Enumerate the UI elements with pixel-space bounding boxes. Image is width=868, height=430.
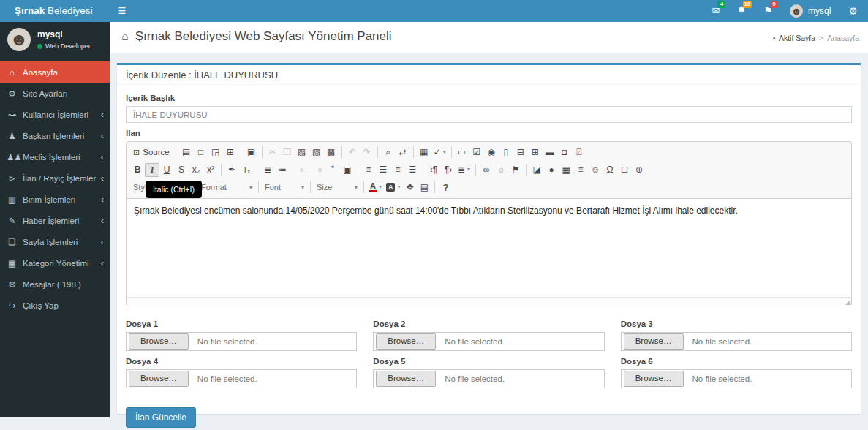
bulleted-list-icon[interactable]: ≔ <box>275 163 290 177</box>
new-page-icon[interactable]: □ <box>194 146 208 159</box>
image-icon[interactable]: ◪ <box>529 163 544 177</box>
settings-gear-button[interactable]: ⚙ <box>848 5 858 17</box>
special-char-icon[interactable]: Ω <box>603 163 617 177</box>
subscript-icon[interactable]: x₂ <box>189 163 203 177</box>
copy-formatting-icon[interactable]: ✒ <box>224 163 239 177</box>
size-dropdown[interactable]: Size▾ <box>314 181 361 195</box>
messages-button[interactable]: ✉4 <box>712 0 720 22</box>
file-input-3[interactable]: Browse…No file selected. <box>621 332 852 351</box>
browse-button[interactable]: Browse… <box>624 371 684 387</box>
sidebar-item-cikis-yap[interactable]: ↪Çıkış Yap <box>0 295 110 316</box>
breadcrumb-active-page[interactable]: ◔ Aktif Sayfa <box>771 34 816 42</box>
align-justify-icon[interactable]: ☰ <box>405 163 420 177</box>
browse-button[interactable]: Browse… <box>376 333 436 350</box>
hr-icon[interactable]: ≡ <box>573 163 588 177</box>
file-input-6[interactable]: Browse…No file selected. <box>621 369 852 388</box>
save-icon[interactable]: ▤ <box>179 146 194 159</box>
form-icon[interactable]: ▭ <box>455 146 469 159</box>
chevron-left-icon: ‹ <box>101 260 104 267</box>
language-icon[interactable]: ≣▾ <box>456 163 472 177</box>
bold-icon[interactable]: B <box>130 163 145 177</box>
sidebar-item-baskan-islemleri[interactable]: ♟Başkan İşlemleri‹ <box>0 125 110 146</box>
smiley-icon[interactable]: ☺ <box>588 163 603 177</box>
replace-icon[interactable]: ⇄ <box>396 146 410 159</box>
sidebar-item-sayfa-islemleri[interactable]: ❏Sayfa İşlemleri‹ <box>0 231 110 252</box>
file-field-2: Dosya 2Browse…No file selected. <box>373 314 604 351</box>
paste-word-icon[interactable]: ▩ <box>324 146 339 159</box>
align-left-icon[interactable]: ≡ <box>361 163 376 177</box>
underline-icon[interactable]: U <box>159 163 174 177</box>
editor-content-area[interactable]: Şırnak Belediyesi encümen salonunda 14/0… <box>127 199 851 297</box>
remove-format-icon[interactable]: Tₓ <box>239 163 254 177</box>
breadcrumb-separator: > <box>819 34 823 42</box>
text-color-icon[interactable]: A▾ <box>367 181 384 195</box>
select-all-icon[interactable]: ▦ <box>417 146 431 159</box>
file-status: No file selected. <box>197 337 257 346</box>
bidi-rtl-icon[interactable]: ¶› <box>441 163 456 177</box>
file-input-4[interactable]: Browse…No file selected. <box>126 369 357 388</box>
italic-icon[interactable]: I <box>145 163 159 177</box>
brand-logo[interactable]: Şırnak Belediyesi <box>0 0 110 22</box>
paste-icon[interactable]: ▨ <box>295 146 309 159</box>
sidebar-item-anasayfa[interactable]: ⌂Anasayfa <box>0 61 110 83</box>
font-dropdown[interactable]: Font▾ <box>262 181 307 195</box>
browse-button[interactable]: Browse… <box>129 371 189 387</box>
radio-icon[interactable]: ◉ <box>484 146 499 159</box>
table-icon[interactable]: ▦ <box>559 163 573 177</box>
browse-button[interactable]: Browse… <box>129 333 189 350</box>
spellcheck-icon[interactable]: ✓▾ <box>431 146 448 159</box>
anchor-icon[interactable]: ⚑ <box>508 163 523 177</box>
resize-handle-icon[interactable]: ◢ <box>845 299 850 306</box>
source-button[interactable]: ⊡Source <box>130 146 173 159</box>
div-icon[interactable]: ▣ <box>340 163 355 177</box>
file-input-2[interactable]: Browse…No file selected. <box>373 332 604 351</box>
browse-button[interactable]: Browse… <box>376 371 436 387</box>
sidebar-item-mesajlar[interactable]: ✉Mesajlar ( 198 ) <box>0 274 110 295</box>
file-input-1[interactable]: Browse…No file selected. <box>126 332 357 351</box>
copy-icon: ❐ <box>280 146 295 159</box>
templates-icon[interactable]: ▣ <box>244 146 259 159</box>
page-break-icon[interactable]: ⊟ <box>617 163 632 177</box>
print-icon[interactable]: ⊞ <box>223 146 238 159</box>
sidebar-item-site-ayarlari[interactable]: ⚙Site Ayarları <box>0 83 110 104</box>
sidebar-item-ilan-rayic-islemleri[interactable]: ⊳İlan / Rayiç İşlemleri‹ <box>0 167 110 189</box>
textarea-icon[interactable]: ⊟ <box>513 146 528 159</box>
checkbox-icon[interactable]: ☑ <box>469 146 484 159</box>
sidebar-item-kategori-yonetimi[interactable]: ▦Kategori Yönetimi‹ <box>0 252 110 274</box>
link-icon[interactable]: ∞ <box>479 163 494 177</box>
about-icon[interactable]: ? <box>438 181 453 195</box>
blockquote-icon[interactable]: ” <box>325 163 340 177</box>
hidden-field-icon[interactable]: ⍁ <box>572 146 586 159</box>
content-title-input[interactable] <box>126 106 852 123</box>
notifications-button[interactable]: 10 <box>737 0 746 22</box>
show-blocks-icon[interactable]: ▤ <box>417 181 431 195</box>
file-input-5[interactable]: Browse…No file selected. <box>373 369 604 388</box>
flag-button[interactable]: ⚑9 <box>763 0 772 22</box>
iframe-icon[interactable]: ⊕ <box>632 163 646 177</box>
text-field-icon[interactable]: ▯ <box>499 146 513 159</box>
navbar-user-menu[interactable]: ☻ mysql <box>790 4 831 18</box>
sidebar-item-kullanici-islemleri[interactable]: ⊶Kullanıcı İşlemleri‹ <box>0 104 110 125</box>
sidebar-item-haber-islemleri[interactable]: ✎Haber İşlemleri‹ <box>0 210 110 231</box>
numbered-list-icon[interactable]: ≣ <box>260 163 275 177</box>
find-icon[interactable]: ⌕ <box>381 146 396 159</box>
sidebar-item-meclis-islemleri[interactable]: ♟♟Meclis İşlemleri‹ <box>0 146 110 167</box>
select-field-icon[interactable]: ⊞ <box>528 146 543 159</box>
update-button[interactable]: İlan Güncelle <box>126 407 196 428</box>
sidebar-item-birim-islemleri[interactable]: ▥Birim İşlemleri‹ <box>0 189 110 210</box>
format-dropdown[interactable]: Format▾ <box>198 181 255 195</box>
align-center-icon[interactable]: ☰ <box>376 163 390 177</box>
sidebar-toggle-button[interactable]: ☰ <box>110 0 135 22</box>
bg-color-icon[interactable]: A▾ <box>384 181 403 195</box>
flash-icon[interactable]: ● <box>544 163 559 177</box>
maximize-icon[interactable]: ✥ <box>402 181 417 195</box>
strike-icon[interactable]: S <box>174 163 189 177</box>
bidi-ltr-icon[interactable]: ‹¶ <box>426 163 441 177</box>
align-right-icon[interactable]: ≡ <box>390 163 405 177</box>
image-button-icon[interactable]: ◘ <box>557 146 572 159</box>
browse-button[interactable]: Browse… <box>624 333 684 350</box>
button-icon[interactable]: ▬ <box>543 146 557 159</box>
superscript-icon[interactable]: x² <box>203 163 218 177</box>
preview-icon[interactable]: ◲ <box>208 146 223 159</box>
paste-text-icon[interactable]: ▧ <box>309 146 324 159</box>
